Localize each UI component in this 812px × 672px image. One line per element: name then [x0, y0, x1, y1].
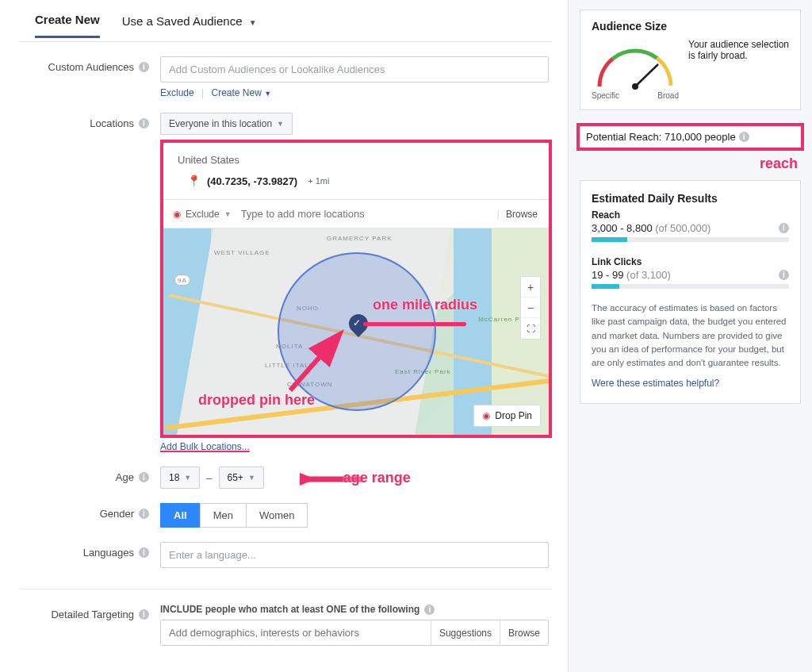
tab-use-saved-label: Use a Saved Audience: [122, 14, 243, 28]
reach-progress-bar: [592, 237, 789, 242]
audience-size-note: Your audience selection is fairly broad.: [688, 39, 789, 61]
potential-reach-text: Potential Reach: 710,000 people: [586, 131, 736, 143]
caret-down-icon: ▼: [248, 474, 255, 482]
svg-line-2: [635, 64, 658, 86]
map-label: GRAMERCY PARK: [327, 235, 393, 242]
location-radius-selector[interactable]: + 1mi: [304, 174, 333, 188]
location-scope-dropdown[interactable]: Everyone in this location ▼: [160, 113, 293, 135]
gender-label: Gender: [100, 508, 134, 520]
age-label: Age: [116, 471, 134, 483]
detailed-targeting-input[interactable]: [161, 620, 431, 645]
info-icon[interactable]: i: [139, 609, 149, 620]
location-browse-button[interactable]: Browse: [500, 205, 544, 223]
clicks-metric-value: 19 - 99: [592, 269, 623, 281]
svg-point-3: [632, 83, 638, 90]
detailed-targeting-label: Detailed Targeting: [51, 609, 134, 620]
create-new-link[interactable]: Create New ▼: [212, 87, 272, 98]
drop-pin-button[interactable]: ◉ Drop Pin: [473, 405, 541, 427]
info-icon[interactable]: i: [739, 132, 749, 142]
custom-audiences-input[interactable]: [160, 56, 549, 83]
route-shield: 9A: [174, 275, 190, 286]
caret-down-icon: ▼: [277, 120, 284, 128]
map-zoom-controls: + − ⛶: [520, 276, 541, 340]
info-icon[interactable]: i: [779, 270, 789, 280]
info-icon[interactable]: i: [139, 118, 149, 129]
age-min-dropdown[interactable]: 18▼: [160, 467, 200, 489]
caret-down-icon: ▼: [264, 90, 271, 98]
map-label: WEST VILLAGE: [214, 249, 270, 256]
location-targeting-box: United States 📍 (40.7235, -73.9827) + 1m…: [160, 140, 552, 438]
estimate-disclaimer: The accuracy of estimates is based on fa…: [592, 301, 789, 370]
audience-size-card: Audience Size Specific Bro: [580, 10, 801, 110]
gender-toggle-group: All Men Women: [160, 503, 552, 528]
annotation-age: age range: [343, 470, 411, 486]
include-exclude-dropdown[interactable]: ◉ Exclude ▼: [168, 205, 236, 223]
location-country: United States: [174, 152, 538, 174]
caret-down-icon: ▼: [224, 210, 232, 218]
reach-metric-value: 3,000 - 8,800: [592, 222, 653, 234]
gender-all-button[interactable]: All: [160, 503, 201, 528]
clicks-progress-bar: [592, 284, 789, 289]
exclude-pin-icon: ◉: [173, 209, 181, 220]
suggestions-button[interactable]: Suggestions: [431, 620, 500, 645]
caret-down-icon: ▼: [249, 18, 257, 27]
info-icon[interactable]: i: [139, 509, 149, 519]
info-icon[interactable]: i: [139, 62, 149, 72]
map-zoom-out[interactable]: −: [521, 298, 540, 318]
estimates-helpful-link[interactable]: Were these estimates helpful?: [592, 378, 789, 389]
audience-tabs: Create New Use a Saved Audience ▼: [19, 6, 552, 42]
audience-size-gauge: [592, 39, 679, 94]
tab-create-new[interactable]: Create New: [35, 6, 100, 38]
info-icon[interactable]: i: [779, 223, 789, 233]
audience-size-title: Audience Size: [592, 20, 789, 33]
map-pin-icon: 📍: [187, 175, 201, 187]
languages-input[interactable]: [160, 542, 549, 568]
info-icon[interactable]: i: [139, 472, 149, 482]
location-pin-row[interactable]: 📍 (40.7235, -73.9827) + 1mi: [174, 174, 538, 188]
map-fullscreen[interactable]: ⛶: [521, 318, 540, 339]
detailed-include-text: INCLUDE people who match at least ONE of…: [160, 604, 419, 615]
drop-pin-icon: ◉: [482, 410, 490, 421]
clicks-metric-of: (of 3,100): [623, 269, 670, 281]
add-bulk-locations-link[interactable]: Add Bulk Locations...: [160, 441, 250, 452]
annotation-reach: reach: [569, 156, 798, 172]
custom-audiences-label: Custom Audiences: [48, 61, 134, 73]
location-map[interactable]: WEST VILLAGE GRAMERCY PARK NOHO NOLITA L…: [163, 228, 549, 435]
locations-label: Locations: [90, 117, 134, 129]
potential-reach-box: Potential Reach: 710,000 people i: [576, 123, 804, 151]
info-icon[interactable]: i: [424, 605, 435, 615]
tab-use-saved[interactable]: Use a Saved Audience ▼: [122, 8, 257, 37]
caret-down-icon: ▼: [184, 474, 191, 482]
info-icon[interactable]: i: [139, 547, 149, 558]
gender-men-button[interactable]: Men: [200, 503, 247, 528]
location-coordinates: (40.7235, -73.9827): [207, 175, 297, 187]
exclude-link[interactable]: Exclude: [160, 87, 194, 98]
reach-metric-label: Reach: [592, 209, 789, 221]
languages-label: Languages: [83, 547, 134, 559]
estimated-results-card: Estimated Daily Results Reach 3,000 - 8,…: [580, 180, 801, 404]
add-location-input[interactable]: [236, 203, 497, 225]
map-zoom-in[interactable]: +: [521, 277, 540, 298]
estimated-results-title: Estimated Daily Results: [592, 192, 789, 205]
gender-women-button[interactable]: Women: [246, 503, 308, 528]
age-max-dropdown[interactable]: 65+▼: [219, 467, 264, 489]
reach-metric-of: (of 500,000): [653, 222, 711, 234]
clicks-metric-label: Link Clicks: [592, 256, 789, 267]
detailed-browse-button[interactable]: Browse: [500, 620, 548, 645]
